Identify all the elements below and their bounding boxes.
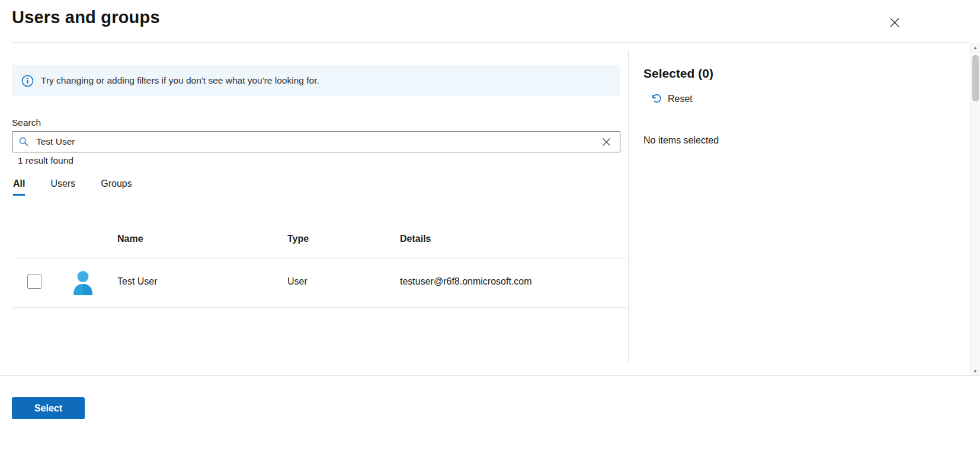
row-divider (12, 307, 628, 308)
table-row[interactable]: Test User User testuser@r6f8.onmicrosoft… (0, 258, 628, 307)
results-count: 1 result found (18, 155, 73, 166)
row-checkbox[interactable] (27, 275, 41, 289)
row-name: Test User (117, 276, 158, 287)
column-header-details: Details (400, 234, 431, 244)
row-details: testuser@r6f8.onmicrosoft.com (400, 276, 532, 287)
header-divider (12, 42, 970, 43)
column-header-type: Type (287, 234, 309, 244)
vertical-scrollbar[interactable]: ▲ ▼ (970, 43, 980, 376)
footer-divider (0, 375, 980, 376)
users-and-groups-panel: Users and groups Try changing or adding … (0, 0, 980, 450)
column-header-name: Name (117, 234, 143, 244)
reset-label: Reset (668, 94, 693, 104)
filter-tabs: All Users Groups (13, 178, 132, 196)
page-title: Users and groups (12, 8, 160, 27)
search-input[interactable] (36, 136, 598, 147)
tab-users[interactable]: Users (50, 178, 75, 196)
info-icon (21, 75, 34, 87)
undo-icon (651, 93, 662, 104)
close-icon-glyph (889, 17, 901, 28)
no-items-text: No items selected (643, 135, 719, 146)
clear-search-icon[interactable] (598, 134, 614, 149)
row-type: User (287, 276, 308, 287)
close-icon[interactable] (886, 14, 903, 31)
tab-all[interactable]: All (13, 178, 25, 196)
info-banner-text: Try changing or adding filters if you do… (41, 75, 319, 86)
reset-button[interactable]: Reset (651, 93, 693, 104)
person-icon (69, 269, 97, 297)
scrollbar-thumb[interactable] (972, 55, 979, 101)
scroll-up-icon[interactable]: ▲ (971, 43, 980, 53)
info-banner: Try changing or adding filters if you do… (12, 65, 620, 96)
search-box (12, 131, 620, 152)
select-button[interactable]: Select (12, 397, 85, 419)
search-label: Search (12, 117, 41, 128)
search-icon (18, 136, 29, 147)
selected-title: Selected (0) (643, 66, 713, 81)
tab-groups[interactable]: Groups (101, 178, 132, 196)
panel-divider (628, 51, 629, 362)
